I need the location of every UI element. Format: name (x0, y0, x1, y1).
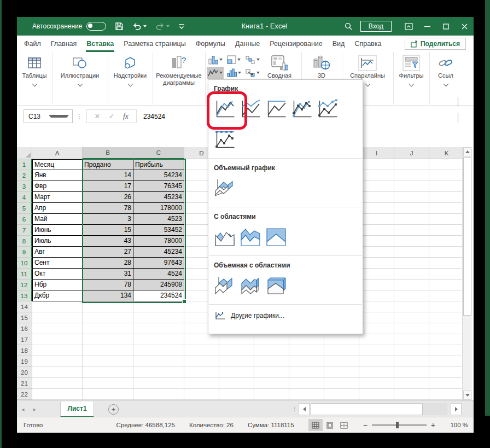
grid-cell[interactable]: 45234 (133, 192, 184, 203)
grid-cell[interactable] (359, 225, 394, 236)
scroll-right-button[interactable] (451, 403, 462, 415)
tab-help[interactable]: Справка (349, 36, 386, 52)
tab-formulas[interactable]: Формулы (191, 36, 230, 52)
grid-cell[interactable] (359, 356, 394, 367)
menu-item-stacked-line[interactable] (237, 95, 263, 124)
grid-cell[interactable]: Месяц (32, 159, 83, 170)
ribbon-display-options-button[interactable] (399, 17, 418, 36)
grid-cell[interactable] (184, 367, 219, 378)
grid-cell[interactable] (83, 301, 133, 312)
menu-item-line[interactable] (212, 95, 237, 124)
customize-quick-access-button[interactable] (178, 23, 185, 30)
grid-cell[interactable] (359, 345, 394, 356)
grid-cell[interactable] (429, 323, 462, 334)
grid-cell[interactable] (133, 389, 184, 400)
expand-formula-bar-button[interactable] (458, 113, 458, 123)
grid-cell[interactable]: 234524 (133, 290, 184, 301)
grid-cell[interactable] (32, 367, 83, 378)
grid-cell[interactable] (394, 192, 429, 203)
grid-cell[interactable]: Апр (32, 203, 83, 214)
grid-cell[interactable]: Июль (32, 236, 83, 247)
grid-cell[interactable] (394, 170, 429, 181)
grid-cell[interactable] (289, 389, 324, 400)
menu-item-3d-line[interactable] (212, 174, 237, 203)
grid-cell[interactable]: 245908 (133, 280, 184, 290)
grid-cell[interactable] (359, 269, 394, 280)
cancel-entry-button[interactable]: ✕ (90, 112, 104, 120)
sign-in-button[interactable]: Вход (360, 21, 392, 32)
column-header-K[interactable]: K (429, 147, 462, 159)
grid-cell[interactable] (83, 345, 133, 356)
grid-cell[interactable] (32, 389, 83, 400)
grid-cell[interactable]: 134 (83, 290, 133, 301)
grid-cell[interactable]: Авг (32, 247, 83, 258)
grid-cell[interactable]: 4524 (133, 269, 184, 280)
insert-column-chart-button[interactable] (207, 54, 224, 66)
grid-cell[interactable] (429, 280, 462, 290)
fill-handle[interactable] (182, 299, 186, 304)
grid-cell[interactable] (429, 203, 462, 214)
menu-item-3d-area[interactable] (212, 272, 237, 300)
grid-cell[interactable] (429, 236, 462, 247)
column-header-J[interactable]: J (394, 147, 429, 159)
grid-cell[interactable] (219, 367, 254, 378)
collapse-ribbon-button[interactable] (458, 97, 458, 107)
ribbon-group-tables[interactable]: Таблицы (17, 52, 52, 104)
grid-cell[interactable] (32, 378, 83, 389)
grid-cell[interactable] (359, 181, 394, 192)
grid-cell[interactable] (359, 247, 394, 258)
grid-cell[interactable] (83, 356, 133, 367)
zoom-slider[interactable]: − + (359, 421, 440, 429)
grid-cell[interactable] (184, 356, 219, 367)
grid-cell[interactable]: Фвр (32, 181, 83, 192)
grid-cell[interactable] (394, 236, 429, 247)
sheet-nav-left-icon[interactable]: ◂ (21, 406, 25, 413)
grid-cell[interactable] (133, 334, 184, 345)
grid-cell[interactable] (219, 356, 254, 367)
grid-cell[interactable]: Сент (32, 258, 83, 269)
name-box[interactable]: C13 (24, 109, 73, 123)
row-header-7[interactable]: 7 (17, 225, 32, 236)
grid-cell[interactable] (219, 378, 254, 389)
grid-cell[interactable]: 178000 (133, 203, 184, 214)
grid-cell[interactable] (429, 192, 462, 203)
menu-item-area[interactable] (212, 223, 237, 252)
share-button[interactable]: Поделиться (405, 38, 466, 50)
grid-cell[interactable]: 97643 (133, 258, 184, 269)
grid-cell[interactable]: 14 (83, 170, 133, 181)
menu-item-3d-100-stacked-area[interactable] (263, 272, 289, 300)
grid-cell[interactable] (324, 345, 359, 356)
grid-cell[interactable] (133, 345, 184, 356)
grid-cell[interactable]: 54234 (133, 170, 184, 181)
grid-cell[interactable] (289, 367, 324, 378)
column-header-I[interactable]: I (359, 147, 394, 159)
tab-file[interactable]: Файл (19, 36, 46, 52)
grid-cell[interactable] (289, 378, 324, 389)
grid-cell[interactable] (394, 280, 429, 290)
grid-cell[interactable] (429, 258, 462, 269)
ribbon-group-addins[interactable]: Надстройки (108, 52, 153, 104)
grid-cell[interactable] (394, 159, 429, 170)
row-header-14[interactable]: 14 (17, 301, 32, 312)
grid-cell[interactable] (394, 203, 429, 214)
sheet-tab-list1[interactable]: Лист1 (60, 402, 94, 417)
grid-cell[interactable] (429, 389, 462, 400)
grid-cell[interactable] (32, 356, 83, 367)
grid-cell[interactable] (359, 367, 394, 378)
select-all-corner[interactable] (17, 147, 32, 159)
grid-cell[interactable] (359, 323, 394, 334)
redo-button[interactable] (155, 22, 170, 31)
tab-review[interactable]: Рецензирование (265, 36, 328, 52)
grid-cell[interactable] (133, 378, 184, 389)
grid-cell[interactable] (254, 345, 289, 356)
row-header-1[interactable]: 1 (17, 159, 32, 170)
grid-cell[interactable] (394, 356, 429, 367)
enter-entry-button[interactable]: ✓ (104, 112, 119, 120)
autosave-toggle[interactable] (86, 22, 106, 31)
grid-cell[interactable] (429, 356, 462, 367)
grid-cell[interactable] (83, 323, 133, 334)
row-header-6[interactable]: 6 (17, 214, 32, 225)
grid-cell[interactable] (394, 269, 429, 280)
zoom-thumb[interactable] (396, 422, 399, 428)
horizontal-scrollbar[interactable] (311, 403, 447, 415)
